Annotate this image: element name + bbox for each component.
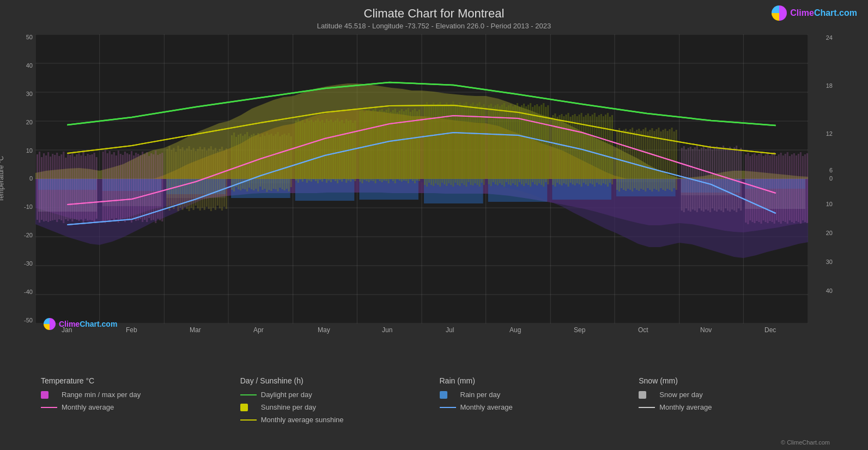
svg-rect-169 — [308, 121, 310, 181]
svg-rect-139 — [240, 134, 241, 190]
svg-rect-220 — [426, 102, 428, 187]
svg-rect-364 — [756, 155, 757, 221]
svg-rect-221 — [428, 106, 430, 183]
chart-title: Climate Chart for Montreal — [0, 7, 868, 21]
svg-rect-137 — [235, 137, 237, 187]
legend-item-snow-avg: Monthly average — [639, 403, 827, 411]
svg-rect-66 — [69, 155, 71, 219]
svg-rect-376 — [782, 155, 784, 221]
svg-rect-306 — [623, 130, 624, 190]
svg-rect-152 — [268, 135, 270, 190]
svg-rect-348 — [718, 149, 720, 209]
svg-rect-332 — [683, 146, 685, 212]
svg-rect-133 — [223, 151, 225, 207]
svg-rect-285 — [574, 114, 576, 185]
svg-rect-62 — [60, 154, 62, 220]
legend-label-daylight: Daylight per day — [261, 391, 312, 399]
svg-rect-93 — [133, 155, 135, 219]
svg-rect-58 — [52, 154, 53, 220]
svg-rect-325 — [665, 129, 666, 191]
legend-section-sunshine: Day / Sunshine (h) Daylight per day Suns… — [235, 376, 434, 447]
right-tick-20: 20 — [826, 230, 833, 236]
svg-rect-174 — [319, 122, 321, 180]
svg-rect-385 — [802, 156, 804, 220]
svg-rect-352 — [727, 148, 729, 211]
svg-rect-301 — [609, 117, 611, 183]
right-tick-24: 24 — [826, 34, 833, 41]
svg-rect-114 — [182, 147, 184, 210]
svg-rect-109 — [171, 150, 172, 207]
svg-rect-260 — [517, 103, 518, 187]
svg-rect-60 — [56, 153, 58, 222]
legend-label-snow-avg: Monthly average — [659, 403, 712, 411]
right-tick-10: 10 — [826, 201, 833, 207]
svg-rect-166 — [302, 120, 304, 182]
svg-rect-145 — [253, 134, 254, 190]
svg-rect-52 — [39, 152, 40, 223]
legend-section-rain: Rain (mm) Rain per day Monthly average — [434, 376, 634, 447]
svg-rect-183 — [339, 122, 341, 180]
svg-rect-181 — [335, 121, 336, 181]
svg-rect-157 — [280, 136, 281, 188]
svg-rect-156 — [277, 132, 279, 191]
svg-rect-386 — [804, 154, 806, 222]
svg-rect-163 — [295, 121, 297, 181]
svg-rect-125 — [206, 151, 208, 207]
svg-rect-216 — [414, 109, 416, 183]
svg-rect-43 — [295, 179, 355, 201]
svg-rect-213 — [408, 108, 409, 183]
svg-rect-80 — [105, 150, 106, 223]
y-axis-right-labels: Day / Sunshine (h) Rain / Snow (mm) — [865, 34, 868, 323]
svg-rect-330 — [676, 130, 677, 190]
svg-rect-262 — [521, 105, 523, 184]
svg-rect-263 — [523, 104, 525, 186]
logo-icon-bottom — [44, 318, 56, 330]
svg-rect-77 — [94, 153, 95, 222]
svg-rect-201 — [381, 109, 383, 182]
svg-rect-118 — [191, 150, 192, 208]
svg-rect-205 — [390, 112, 392, 179]
svg-rect-384 — [800, 152, 802, 224]
svg-rect-131 — [219, 149, 221, 208]
svg-rect-54 — [43, 153, 45, 221]
svg-rect-280 — [563, 116, 564, 183]
svg-rect-272 — [543, 103, 544, 187]
svg-rect-101 — [150, 153, 152, 220]
svg-rect-373 — [776, 156, 778, 220]
svg-rect-279 — [561, 114, 562, 185]
svg-rect-100 — [148, 156, 150, 218]
x-tick-may: May — [318, 326, 330, 334]
legend-item-rain-bar: Rain per day — [440, 391, 628, 399]
svg-rect-67 — [71, 153, 73, 221]
svg-rect-363 — [754, 153, 755, 223]
svg-rect-281 — [565, 115, 567, 184]
svg-rect-170 — [311, 119, 312, 182]
svg-rect-148 — [259, 137, 261, 187]
svg-rect-320 — [653, 131, 655, 189]
svg-rect-165 — [300, 122, 301, 179]
svg-rect-360 — [747, 153, 749, 224]
svg-rect-155 — [275, 134, 276, 189]
svg-rect-230 — [448, 105, 450, 183]
svg-rect-374 — [778, 154, 780, 222]
svg-rect-314 — [640, 131, 642, 189]
svg-rect-158 — [282, 135, 283, 189]
chart-area — [35, 34, 808, 323]
legend-label-temp-avg: Monthly average — [62, 403, 114, 411]
chart-subtitle: Latitude 45.518 - Longitude -73.752 - El… — [0, 22, 868, 30]
svg-rect-167 — [304, 123, 306, 179]
chart-wrapper: Temperature °C 50 40 30 20 10 0 -10 -20 … — [35, 34, 835, 340]
svg-rect-313 — [638, 129, 640, 191]
svg-rect-217 — [416, 111, 418, 181]
svg-rect-206 — [392, 110, 394, 181]
legend-title-snow: Snow (mm) — [639, 376, 827, 385]
svg-rect-121 — [197, 149, 199, 208]
svg-rect-113 — [179, 149, 181, 208]
svg-rect-316 — [645, 128, 646, 191]
y-axis-right: 24 18 12 6 0 10 20 30 40 — [811, 34, 835, 323]
svg-rect-266 — [530, 103, 531, 187]
legend-item-sunshine-bar: Sunshine per day — [240, 403, 429, 411]
svg-rect-129 — [215, 148, 216, 210]
svg-rect-108 — [168, 146, 170, 211]
svg-rect-150 — [264, 136, 265, 189]
